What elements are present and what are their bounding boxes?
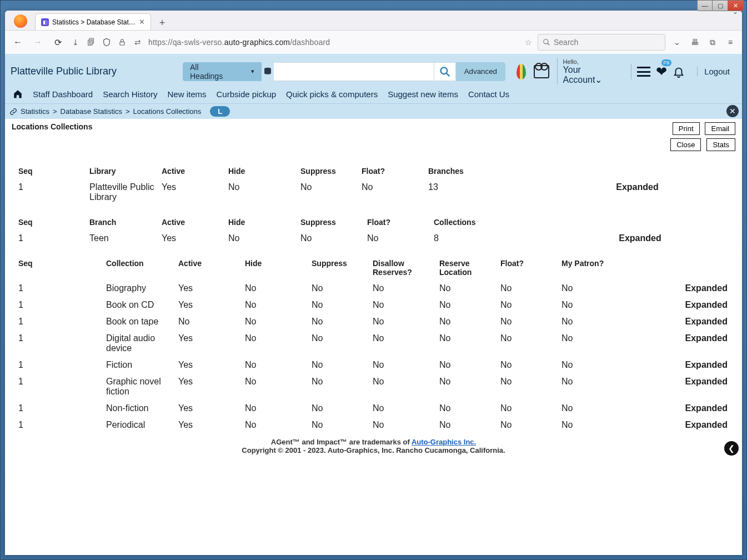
nav-search-history[interactable]: Search History [103,89,157,99]
col-float: Float? [362,167,428,176]
tab-close-icon[interactable]: ✕ [139,18,145,26]
branch-row[interactable]: 1 Teen Yes No No No 8 Expanded [12,230,735,247]
breadcrumb-item[interactable]: Locations Collections [133,107,201,116]
list-icon[interactable] [637,67,650,77]
window-minimize[interactable]: — [697,0,713,11]
nav-suggest[interactable]: Suggest new items [388,89,458,99]
permissions-icon[interactable]: ⇄ [133,37,143,47]
expanded-toggle[interactable]: Expanded [628,377,735,397]
logout-link[interactable]: Logout [697,67,736,76]
stats-button[interactable]: Stats [706,138,735,151]
collection-row[interactable]: 1Digital audio deviceYesNoNoNoNoNoNoExpa… [12,330,735,357]
collection-table: Seq Collection Active Hide Suppress Disa… [12,256,735,433]
back-button[interactable]: ← [11,35,25,49]
bookmark-star-icon[interactable]: ☆ [525,38,532,47]
expanded-toggle[interactable]: Expanded [628,420,735,430]
headings-label: All Headings [190,63,231,81]
email-button[interactable]: Email [705,122,735,135]
firefox-icon [14,14,27,28]
close-button[interactable]: Close [670,138,701,151]
print-button[interactable]: Print [673,122,700,135]
col-suppress: Suppress [300,167,362,176]
browser-search-placeholder: Search [554,38,578,47]
account-menu[interactable]: Hello, Your Account⌄ [557,58,618,84]
catalog-search-button[interactable] [434,62,456,81]
shield-icon[interactable] [102,37,112,47]
home-icon[interactable] [13,89,23,99]
link-chain-icon [9,108,17,116]
catalog-search-input[interactable] [274,62,434,81]
browser-search-box[interactable]: Search [538,34,665,51]
url-text: https://qa-swls-verso.auto-graphics.com/… [148,38,519,47]
collection-row[interactable]: 1BiographyYesNoNoNoNoNoNoExpanded [12,280,735,297]
breadcrumb-close-button[interactable]: ✕ [726,105,739,117]
col-hide: Hide [228,167,300,176]
extension-icon[interactable]: ⧉ [706,38,719,47]
print-icon[interactable]: 🖶 [689,38,701,47]
address-bar[interactable]: ⤓ 🗐 ⇄ https://qa-swls-verso.auto-graphic… [71,37,532,47]
tab-favicon: ◧ [41,18,49,26]
favorites-icon[interactable]: ❤F9 [656,64,667,79]
clipboard-icon[interactable]: 🗐 [86,37,96,47]
balloon-icon[interactable] [517,64,526,79]
microfilm-icon[interactable] [534,65,549,78]
library-table: Seq Library Active Hide Suppress Float? … [12,163,735,206]
footer-link[interactable]: Auto-Graphics Inc. [412,438,476,446]
headings-dropdown[interactable]: All Headings ▾ [183,62,262,81]
col-seq: Seq [12,167,89,176]
collection-row[interactable]: 1FictionYesNoNoNoNoNoNoExpanded [12,357,735,373]
collection-row[interactable]: 1PeriodicalYesNoNoNoNoNoNoExpanded [12,417,735,433]
expanded-toggle[interactable]: Expanded [545,233,735,243]
reload-button[interactable]: ⟳ [51,35,65,49]
footer: AGent™ and Impact™ are trademarks of Aut… [12,438,735,454]
library-row[interactable]: 1 Platteville Public Library Yes No No N… [12,179,735,206]
expanded-toggle[interactable]: Expanded [628,317,735,327]
svg-point-1 [544,39,548,44]
hamburger-menu-icon[interactable]: ≡ [724,38,736,47]
expanded-toggle[interactable]: Expanded [628,403,735,413]
nav-staff-dashboard[interactable]: Staff Dashboard [33,89,93,99]
tab-overflow-icon[interactable]: ⌄ [733,11,738,16]
expanded-toggle[interactable]: Expanded [628,300,735,310]
expanded-toggle[interactable]: Expanded [628,360,735,370]
breadcrumb-item[interactable]: Statistics [21,107,49,116]
breadcrumb-item[interactable]: Database Statistics [61,107,122,116]
notifications-bell-icon[interactable] [673,66,685,78]
hello-text: Hello, [563,58,618,65]
tab-title: Statistics > Database Statistics > [52,18,136,26]
collection-row[interactable]: 1Book on tapeNoNoNoNoNoNoNoExpanded [12,313,735,330]
chevron-down-icon: ⌄ [595,75,602,84]
col-active: Active [162,167,228,176]
expanded-toggle[interactable]: Expanded [628,283,735,293]
col-library: Library [89,167,162,176]
pocket-icon[interactable]: ⌄ [671,38,683,47]
svg-point-4 [440,67,447,74]
expanded-toggle[interactable]: Expanded [628,333,735,353]
side-drawer-toggle[interactable]: ❮ [724,441,739,456]
nav-curbside[interactable]: Curbside pickup [217,89,277,99]
browser-tab-strip: ◧ Statistics > Database Statistics > ✕ +… [5,11,742,31]
advanced-search-button[interactable]: Advanced [456,62,505,81]
favorites-badge: F9 [661,59,672,66]
new-tab-button[interactable]: + [156,17,169,30]
page-title: Locations Collections [12,122,92,131]
collection-row[interactable]: 1Non-fictionYesNoNoNoNoNoNoExpanded [12,400,735,417]
collection-row[interactable]: 1Book on CDYesNoNoNoNoNoNoExpanded [12,297,735,313]
nav-new-items[interactable]: New items [168,89,207,99]
browser-tab[interactable]: ◧ Statistics > Database Statistics > ✕ [35,13,151,30]
forward-button[interactable]: → [31,35,45,49]
nav-contact[interactable]: Contact Us [468,89,509,99]
browser-toolbar: ← → ⟳ ⤓ 🗐 ⇄ https://qa-swls-verso.auto-g… [5,31,742,54]
library-name: Platteville Public Library [11,66,177,77]
svg-line-5 [446,73,449,76]
lock-icon[interactable] [117,37,127,47]
database-icon[interactable] [262,62,273,81]
window-maximize[interactable]: ▢ [713,0,728,11]
branch-table: Seq Branch Active Hide Suppress Float? C… [12,214,735,247]
svg-line-2 [548,43,550,46]
main-nav: Staff Dashboard Search History New items… [11,84,736,103]
expanded-toggle[interactable]: Expanded [539,182,735,202]
nav-quick-picks[interactable]: Quick picks & computers [286,89,378,99]
download-icon[interactable]: ⤓ [71,37,81,47]
collection-row[interactable]: 1Graphic novel fictionYesNoNoNoNoNoNoExp… [12,373,735,400]
